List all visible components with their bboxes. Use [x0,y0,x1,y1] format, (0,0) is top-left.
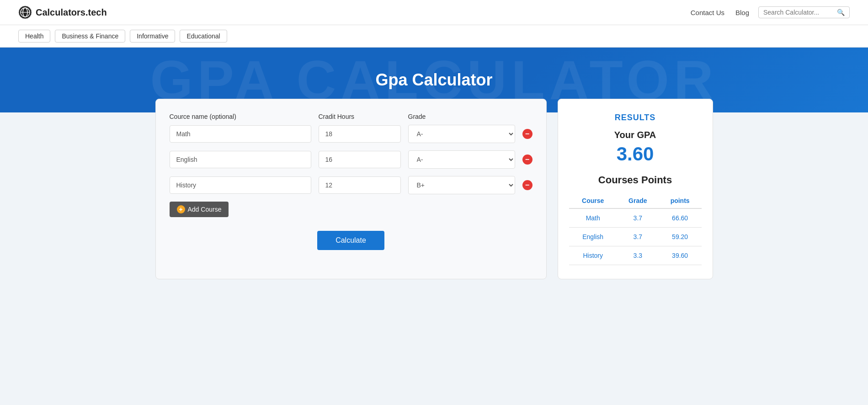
header-course-name: Cource name (optional) [170,113,311,120]
gpa-value: 3.60 [569,143,702,165]
calculate-area: Calculate [170,231,533,250]
course-name-input-2[interactable] [170,151,311,168]
credit-hours-input-2[interactable] [319,151,401,168]
plus-circle-icon: + [177,205,185,213]
logo-text: Calculators.tech [36,7,107,18]
result-row-3: History 3.3 39.60 [569,246,702,265]
header-credit-hours: Cradit Hours [319,113,401,120]
result-course-2: English [569,228,617,246]
courses-points-title: Courses Points [569,174,702,186]
cat-informative[interactable]: Informative [130,30,175,43]
course-name-input-3[interactable] [170,176,311,194]
credit-hours-input-3[interactable] [319,176,401,194]
your-gpa-label: Your GPA [569,130,702,140]
remove-row-3-button[interactable]: − [522,180,533,190]
header-grade: Grade [408,113,510,120]
result-row-2: English 3.7 59.20 [569,228,702,246]
nav-contact[interactable]: Contact Us [691,9,724,16]
col-header-grade: Grade [617,193,659,208]
remove-row-1-button[interactable]: − [522,129,533,139]
logo-area: Calculators.tech [18,5,107,19]
course-row-3: A+AA-B+BB-C+CC-D+DD-F − [170,176,533,194]
result-points-1: 66.60 [659,208,702,228]
add-course-label: Add Course [188,206,222,213]
credit-hours-input-1[interactable] [319,125,401,143]
grade-select-2[interactable]: A+AA-B+BB-C+CC-D+DD-F [408,150,515,169]
add-course-button[interactable]: + Add Course [170,202,229,217]
result-points-2: 59.20 [659,228,702,246]
search-box: 🔍 [758,6,850,18]
results-panel: RESULTS Your GPA 3.60 Courses Points Cou… [558,99,713,279]
result-course-3: History [569,246,617,265]
result-points-3: 39.60 [659,246,702,265]
cat-business[interactable]: Business & Finance [55,30,125,43]
result-grade-3: 3.3 [617,246,659,265]
main-content: Cource name (optional) Cradit Hours Grad… [137,99,731,307]
result-row-1: Math 3.7 66.60 [569,208,702,228]
grade-select-1[interactable]: A+AA-B+BB-C+CC-D+DD-F [408,125,515,143]
remove-row-2-button[interactable]: − [522,155,533,165]
calculator-panel: Cource name (optional) Cradit Hours Grad… [155,99,547,279]
logo-icon [18,5,32,19]
cat-educational[interactable]: Educational [180,30,227,43]
search-icon-button[interactable]: 🔍 [837,9,845,16]
hero-title: Gpa Calculator [9,70,859,90]
header: Calculators.tech Contact Us Blog 🔍 [0,0,868,25]
result-grade-2: 3.7 [617,228,659,246]
search-input[interactable] [763,9,837,16]
grade-select-3[interactable]: A+AA-B+BB-C+CC-D+DD-F [408,176,515,194]
result-grade-1: 3.7 [617,208,659,228]
field-headers: Cource name (optional) Cradit Hours Grad… [170,113,533,120]
course-name-input-1[interactable] [170,125,311,143]
col-header-points: points [659,193,702,208]
category-bar: Health Business & Finance Informative Ed… [0,25,868,48]
result-course-1: Math [569,208,617,228]
remove-circle-2: − [522,155,533,165]
col-header-course: Course [569,193,617,208]
course-row-2: A+AA-B+BB-C+CC-D+DD-F − [170,150,533,169]
nav-links: Contact Us Blog [691,9,749,16]
remove-circle-3: − [522,180,533,190]
points-table: Course Grade points Math 3.7 66.60 Engli… [569,193,702,265]
results-title: RESULTS [569,113,702,123]
calculate-button[interactable]: Calculate [317,231,384,250]
course-row-1: A+AA-B+BB-C+CC-D+DD-F − [170,125,533,143]
remove-circle-1: − [522,129,533,139]
nav-blog[interactable]: Blog [735,9,749,16]
cat-health[interactable]: Health [18,30,50,43]
